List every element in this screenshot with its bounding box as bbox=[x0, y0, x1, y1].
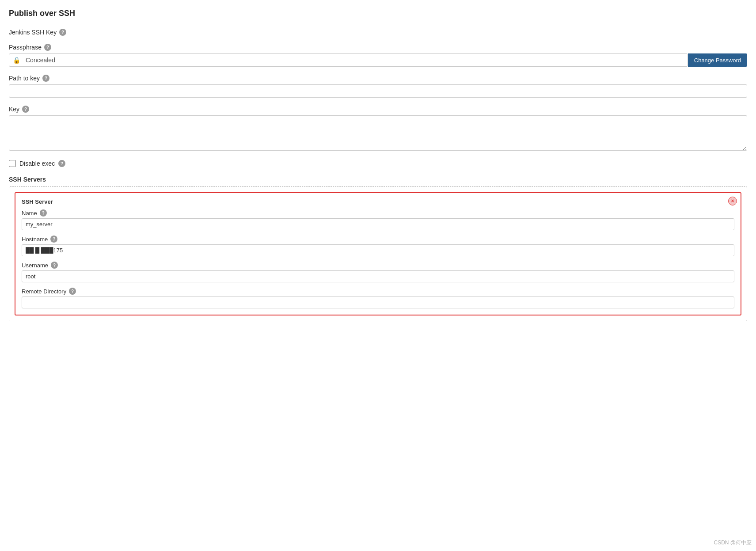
remove-server-button[interactable]: × bbox=[728, 197, 737, 205]
disable-exec-label-text: Disable exec bbox=[19, 160, 55, 167]
server-name-label-text: Name bbox=[22, 210, 37, 217]
ssh-server-card-title: SSH Server bbox=[22, 198, 734, 205]
passphrase-section: Passphrase ? 🔒 Change Password bbox=[9, 44, 747, 67]
jenkins-ssh-key-help-icon[interactable]: ? bbox=[59, 29, 66, 36]
ssh-server-card: SSH Server × Name ? Hostname ? bbox=[15, 192, 741, 315]
server-username-help-icon[interactable]: ? bbox=[51, 262, 58, 269]
passphrase-help-icon[interactable]: ? bbox=[44, 44, 51, 51]
key-textarea[interactable] bbox=[9, 115, 747, 151]
path-to-key-section: Path to key ? bbox=[9, 75, 747, 98]
server-hostname-help-icon[interactable]: ? bbox=[50, 236, 57, 243]
server-remote-dir-help-icon[interactable]: ? bbox=[69, 288, 76, 295]
disable-exec-checkbox[interactable] bbox=[9, 160, 16, 167]
key-help-icon[interactable]: ? bbox=[22, 106, 29, 113]
path-to-key-input[interactable] bbox=[9, 84, 747, 98]
server-name-label: Name ? bbox=[22, 209, 734, 217]
server-username-input[interactable] bbox=[22, 270, 734, 282]
lock-icon: 🔒 bbox=[9, 57, 24, 64]
server-username-field: Username ? bbox=[22, 262, 734, 282]
server-remote-dir-field: Remote Directory ? bbox=[22, 288, 734, 308]
key-label: Key ? bbox=[9, 106, 747, 113]
path-to-key-help-icon[interactable]: ? bbox=[42, 75, 49, 82]
passphrase-label-text: Passphrase bbox=[9, 44, 42, 51]
server-username-label-text: Username bbox=[22, 262, 48, 269]
server-hostname-label: Hostname ? bbox=[22, 236, 734, 243]
jenkins-ssh-key-label: Jenkins SSH Key ? bbox=[9, 29, 747, 36]
server-name-input[interactable] bbox=[22, 218, 734, 230]
jenkins-ssh-key-section: Jenkins SSH Key ? bbox=[9, 29, 747, 36]
ssh-servers-heading: SSH Servers bbox=[9, 176, 747, 183]
change-password-button[interactable]: Change Password bbox=[688, 53, 747, 67]
key-label-text: Key bbox=[9, 106, 19, 113]
passphrase-row: 🔒 Change Password bbox=[9, 53, 747, 67]
server-hostname-field: Hostname ? bbox=[22, 236, 734, 256]
passphrase-input[interactable] bbox=[24, 54, 688, 66]
ssh-servers-container: SSH Server × Name ? Hostname ? bbox=[9, 186, 747, 321]
ssh-servers-section: SSH Servers SSH Server × Name ? Hostname… bbox=[9, 176, 747, 321]
server-name-field: Name ? bbox=[22, 209, 734, 230]
server-hostname-input[interactable] bbox=[22, 244, 734, 256]
server-username-label: Username ? bbox=[22, 262, 734, 269]
key-section: Key ? bbox=[9, 106, 747, 152]
jenkins-ssh-key-text: Jenkins SSH Key bbox=[9, 29, 57, 36]
server-hostname-label-text: Hostname bbox=[22, 236, 48, 243]
path-to-key-label: Path to key ? bbox=[9, 75, 747, 82]
disable-exec-row: Disable exec ? bbox=[9, 160, 747, 167]
server-remote-dir-label-text: Remote Directory bbox=[22, 288, 66, 295]
page-title: Publish over SSH bbox=[9, 9, 747, 18]
path-to-key-label-text: Path to key bbox=[9, 75, 40, 82]
disable-exec-help-icon[interactable]: ? bbox=[58, 160, 65, 167]
passphrase-input-wrapper: 🔒 bbox=[9, 53, 688, 67]
passphrase-label: Passphrase ? bbox=[9, 44, 747, 51]
server-name-help-icon[interactable]: ? bbox=[40, 209, 47, 217]
server-remote-dir-input[interactable] bbox=[22, 296, 734, 308]
server-remote-dir-label: Remote Directory ? bbox=[22, 288, 734, 295]
